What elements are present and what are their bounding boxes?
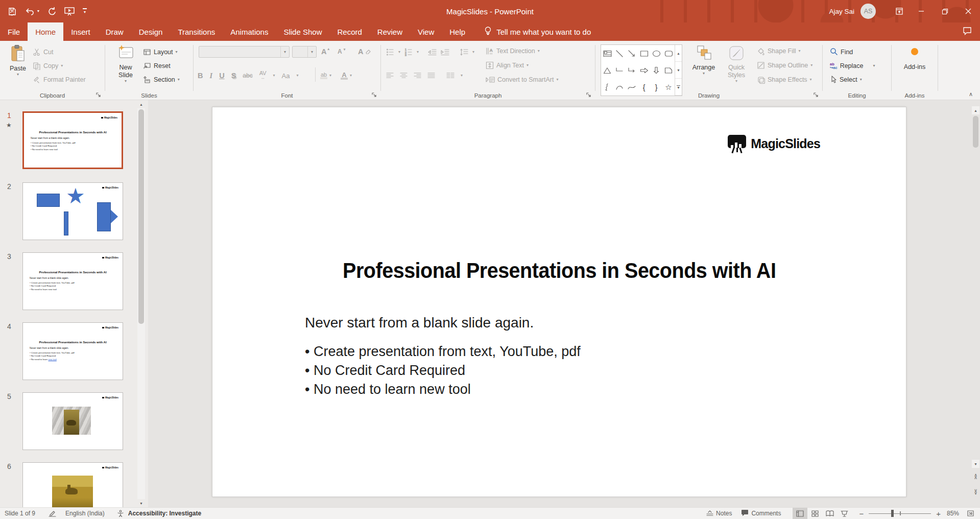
arrange-button[interactable]: Arrange ▾ [689,44,718,76]
font-color-button[interactable]: A [341,72,348,80]
quick-styles-button[interactable]: Quick Styles ▾ [721,44,752,83]
line-spacing-button[interactable] [460,48,468,56]
slide-indicator[interactable]: Slide 1 of 9 [5,510,35,517]
increase-indent-button[interactable] [441,48,449,56]
underline-button[interactable]: U [219,72,224,80]
font-dialog-launcher[interactable] [371,91,378,99]
font-color-dropdown-icon[interactable]: ▾ [350,74,352,78]
change-case-button[interactable]: Aa [282,72,290,80]
accessibility-status[interactable]: Accessibility: Investigate [128,510,201,517]
shape-fill-button[interactable]: Shape Fill ▾ [757,45,801,57]
thumbnail-scrollbar-thumb[interactable] [138,109,144,324]
numbering-dropdown-icon[interactable]: ▾ [417,50,419,54]
font-name-dropdown-icon[interactable]: ▾ [280,46,289,57]
slide-thumbnail-3[interactable]: MagicSlides Professional Presentations i… [22,252,123,310]
decrease-font-size-button[interactable]: A▾ [338,45,345,58]
slide-thumbnail-1[interactable]: MagicSlides Professional Presentations i… [22,111,123,169]
align-center-button[interactable] [400,72,408,79]
decrease-indent-button[interactable] [428,48,437,56]
clipboard-dialog-launcher[interactable] [95,91,102,99]
gallery-down-icon[interactable]: ▼ [675,62,682,79]
text-direction-button[interactable]: A Text Direction ▾ [486,45,540,57]
tab-file[interactable]: File [0,22,28,41]
normal-view-button[interactable] [793,508,807,519]
undo-dropdown-icon[interactable]: ▾ [37,9,39,13]
slide-thumbnail-4[interactable]: MagicSlides Professional Presentations i… [22,322,123,380]
shape-outline-button[interactable]: Shape Outline ▾ [757,59,812,72]
zoom-out-button[interactable]: − [857,509,866,518]
paragraph-dialog-launcher[interactable] [585,91,592,99]
tell-me-search[interactable]: Tell me what you want to do [484,22,591,41]
line-spacing-dropdown-icon[interactable]: ▾ [472,50,474,54]
slideshow-view-button[interactable] [837,508,852,519]
character-spacing-button[interactable]: AV ↔ [259,71,267,80]
tab-view[interactable]: View [410,22,442,41]
scroll-up-icon[interactable]: ▲ [972,106,979,114]
shape-effects-button[interactable]: Shape Effects ▾ [757,74,812,86]
zoom-slider[interactable] [869,508,931,519]
pen-icon[interactable] [49,510,56,517]
highlight-color-button[interactable]: ab [320,72,327,79]
change-case-dropdown-icon[interactable]: ▾ [296,74,298,78]
customize-qat-button[interactable]: ▾ [83,8,87,14]
account-name[interactable]: Ajay Sai [829,8,854,15]
save-autosave-button[interactable] [7,7,17,16]
shape-elbow-connector-icon[interactable] [613,62,626,79]
tab-help[interactable]: Help [442,22,473,41]
slide-thumbnail-2[interactable]: MagicSlides ★ [22,182,123,240]
bullets-dropdown-icon[interactable]: ▾ [398,50,400,54]
section-button[interactable]: Section ▾ [143,74,180,86]
align-right-button[interactable] [414,72,421,79]
text-box-icon[interactable] [601,45,613,62]
reset-button[interactable]: Reset [143,60,171,72]
next-slide-button[interactable]: ∨∨ [972,485,979,499]
addins-button[interactable]: Add-ins [900,48,929,71]
tab-home[interactable]: Home [28,22,63,41]
redo-repeat-button[interactable] [47,7,56,16]
paste-button[interactable]: Paste ▾ [6,44,30,77]
bullets-button[interactable] [386,48,394,56]
language-indicator[interactable]: English (India) [65,510,105,517]
copy-button[interactable]: Copy ▾ [33,60,63,72]
increase-font-size-button[interactable]: A▴ [321,45,329,58]
ribbon-display-options-button[interactable] [889,0,910,22]
highlight-dropdown-icon[interactable]: ▾ [329,74,331,78]
text-shadow-button[interactable]: S [231,72,236,80]
shape-down-arrow-icon[interactable] [650,62,662,79]
format-painter-button[interactable]: Format Painter [33,74,86,86]
slide-body-text[interactable]: • Create presentation from text, YouTube… [305,342,581,399]
convert-to-smartart-button[interactable]: Convert to SmartArt ▾ [486,74,558,86]
thumbnail-scrollbar[interactable]: ▲ ▼ [137,100,145,507]
font-size-combo[interactable]: ▾ [292,46,317,58]
bold-button[interactable]: B [198,72,203,80]
comments-button[interactable]: Comments [736,508,785,519]
tab-draw[interactable]: Draw [98,22,131,41]
italic-button[interactable]: I [209,72,212,80]
columns-dropdown-icon[interactable]: ▾ [461,74,463,78]
tab-review[interactable]: Review [370,22,410,41]
tab-record[interactable]: Record [329,22,369,41]
zoom-level[interactable]: 85% [943,510,963,517]
start-slideshow-button[interactable] [64,7,75,16]
tab-transitions[interactable]: Transitions [170,22,223,41]
account-avatar[interactable]: AS [861,4,876,19]
shape-rounded-rectangle-icon[interactable] [662,45,675,62]
slide-subtitle-text[interactable]: Never start from a blank slide again. [305,315,534,331]
shape-elbow-arrow-connector-icon[interactable] [626,62,638,79]
vertical-scrollbar[interactable]: ▲ ▼ ∧∧ ∨∨ [971,106,980,500]
slide-sorter-view-button[interactable] [807,508,822,519]
justify-button[interactable] [427,72,435,79]
find-button[interactable]: Find [830,46,853,58]
slide-thumbnail-6[interactable]: MagicSlides [22,462,123,507]
mini-hyperlink[interactable]: new tool [48,358,56,361]
shape-triangle-icon[interactable] [601,62,613,79]
layout-button[interactable]: Layout ▾ [143,46,178,58]
share-comments-icon[interactable] [963,27,972,37]
zoom-in-button[interactable]: + [934,509,943,518]
zoom-slider-thumb[interactable] [891,510,894,517]
notes-button[interactable]: Notes [702,508,736,519]
fit-slide-to-window-button[interactable] [963,508,978,519]
scrollbar-thumb[interactable] [973,116,978,148]
tab-animations[interactable]: Animations [223,22,276,41]
tab-slide-show[interactable]: Slide Show [276,22,329,41]
